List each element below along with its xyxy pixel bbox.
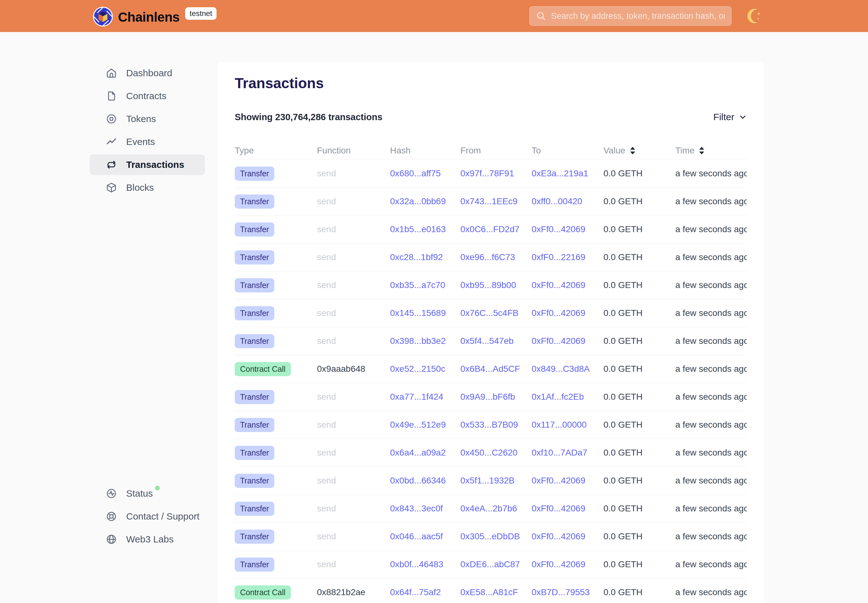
to-link[interactable]: 0xFf0...42069 — [532, 308, 585, 318]
from-link[interactable]: 0x97f...78F91 — [460, 169, 514, 178]
value-cell: 0.0 GETH — [603, 448, 675, 458]
hash-link[interactable]: 0x49e...512e9 — [390, 420, 446, 430]
chevron-down-icon — [739, 113, 747, 121]
function-cell: send — [317, 476, 390, 485]
sidebar-footer-nav: Status Contact / Support Web3 Labs — [90, 483, 205, 552]
to-link[interactable]: 0xFf0...42069 — [532, 476, 585, 485]
from-link[interactable]: 0x533...B7B09 — [460, 420, 518, 430]
type-badge: Transfer — [235, 418, 274, 432]
global-search[interactable] — [529, 6, 732, 26]
time-cell: a few seconds ago — [675, 476, 747, 485]
to-link[interactable]: 0x1Af...fc2Eb — [532, 392, 584, 402]
to-link[interactable]: 0xE3a...219a1 — [532, 169, 588, 178]
sort-icon — [698, 146, 705, 155]
sort-icon — [629, 146, 636, 155]
to-link[interactable]: 0x849...C3d8A — [532, 364, 589, 374]
from-link[interactable]: 0x0C6...FD2d7 — [460, 224, 519, 234]
hash-link[interactable]: 0x1b5...e0163 — [390, 224, 446, 234]
from-link[interactable]: 0x5f1...1932B — [460, 476, 515, 485]
table-row: Transfer send 0x145...15689 0x76C...5c4F… — [235, 299, 747, 327]
status-ok-dot — [155, 485, 160, 490]
hash-link[interactable]: 0x145...15689 — [390, 308, 446, 318]
hash-link[interactable]: 0x0bd...66346 — [390, 476, 446, 485]
time-cell: a few seconds ago — [675, 532, 747, 541]
time-cell: a few seconds ago — [675, 392, 747, 402]
to-link[interactable]: 0xFf0...42069 — [532, 532, 585, 541]
from-link[interactable]: 0x9A9...bF6fb — [460, 392, 515, 402]
from-link[interactable]: 0x5f4...547eb — [460, 336, 514, 346]
function-cell: 0x8821b2ae — [317, 587, 390, 597]
to-link[interactable]: 0xFf0...42069 — [532, 504, 585, 513]
to-link[interactable]: 0xff0...00420 — [532, 196, 582, 206]
from-link[interactable]: 0xE58...A81cF — [460, 587, 518, 597]
from-link[interactable]: 0x4eA...2b7b6 — [460, 504, 517, 513]
col-time: Time — [675, 145, 747, 156]
sidebar-item-blocks[interactable]: Blocks — [90, 177, 205, 198]
repeat-icon — [105, 158, 118, 171]
value-cell: 0.0 GETH — [603, 196, 675, 206]
from-link[interactable]: 0xDE6...abC87 — [460, 560, 520, 569]
from-link[interactable]: 0x6B4...Ad5CF — [460, 364, 520, 374]
table-row: Transfer send 0x1b5...e0163 0x0C6...FD2d… — [235, 215, 747, 243]
to-link[interactable]: 0xfF0...22169 — [532, 252, 585, 262]
table-row: Transfer send 0x398...bb3e2 0x5f4...547e… — [235, 327, 747, 355]
sidebar-item-transactions[interactable]: Transactions — [90, 155, 205, 175]
hash-link[interactable]: 0xb0f...46483 — [390, 560, 443, 569]
hash-link[interactable]: 0xb35...a7c70 — [390, 280, 445, 290]
function-cell: send — [317, 448, 390, 458]
token-icon — [105, 113, 118, 125]
hash-link[interactable]: 0xc28...1bf92 — [390, 252, 443, 262]
sort-time-button[interactable] — [698, 146, 705, 155]
search-input[interactable] — [551, 11, 725, 21]
sidebar-item-web3-labs[interactable]: Web3 Labs — [90, 529, 205, 550]
from-link[interactable]: 0x743...1EEc9 — [460, 196, 517, 206]
hash-link[interactable]: 0x398...bb3e2 — [390, 336, 446, 346]
time-cell: a few seconds ago — [675, 420, 747, 430]
table-header-row: Type Function Hash From To Value Time — [235, 142, 747, 160]
time-cell: a few seconds ago — [675, 504, 747, 513]
filter-button[interactable]: Filter — [713, 112, 747, 122]
hash-link[interactable]: 0x843...3ec0f — [390, 504, 443, 513]
theme-toggle-button[interactable] — [746, 7, 764, 25]
hash-link[interactable]: 0x64f...75af2 — [390, 587, 441, 597]
to-link[interactable]: 0xFf0...42069 — [532, 280, 585, 290]
to-link[interactable]: 0xf10...7ADa7 — [532, 448, 587, 458]
table-row: Transfer send 0x6a4...a09a2 0x450...C262… — [235, 439, 747, 467]
sidebar-item-status[interactable]: Status — [90, 483, 205, 504]
sidebar-item-dashboard[interactable]: Dashboard — [90, 63, 205, 83]
from-link[interactable]: 0xb95...89b00 — [460, 280, 516, 290]
time-cell: a few seconds ago — [675, 587, 747, 597]
to-link[interactable]: 0xFf0...42069 — [532, 560, 585, 569]
from-link[interactable]: 0x76C...5c4FB — [460, 308, 518, 318]
sort-value-button[interactable] — [629, 146, 636, 155]
hash-link[interactable]: 0x680...aff75 — [390, 169, 441, 178]
value-cell: 0.0 GETH — [603, 252, 675, 262]
from-link[interactable]: 0x450...C2620 — [460, 448, 517, 458]
value-cell: 0.0 GETH — [603, 308, 675, 318]
type-badge: Transfer — [235, 223, 274, 237]
hash-link[interactable]: 0xa77...1f424 — [390, 392, 443, 402]
hash-link[interactable]: 0x046...aac5f — [390, 532, 443, 541]
sidebar-item-contracts[interactable]: Contracts — [90, 86, 205, 107]
from-link[interactable]: 0x305...eDbDB — [460, 532, 520, 541]
to-link[interactable]: 0xFf0...42069 — [532, 224, 585, 234]
time-cell: a few seconds ago — [675, 336, 747, 346]
hash-link[interactable]: 0x6a4...a09a2 — [390, 448, 446, 458]
table-row: Contract Call 0x9aaab648 0xe52...2150c 0… — [235, 355, 747, 383]
to-link[interactable]: 0xB7D...79553 — [532, 587, 589, 597]
sidebar-item-events[interactable]: Events — [90, 131, 205, 152]
to-link[interactable]: 0x117...00000 — [532, 420, 586, 430]
brand-name: Chainlens — [118, 10, 179, 25]
to-link[interactable]: 0xFf0...42069 — [532, 336, 585, 346]
type-badge: Transfer — [235, 195, 274, 209]
sidebar-item-tokens[interactable]: Tokens — [90, 108, 205, 129]
hash-link[interactable]: 0xe52...2150c — [390, 364, 445, 374]
value-cell: 0.0 GETH — [603, 224, 675, 234]
from-link[interactable]: 0xe96...f6C73 — [460, 252, 515, 262]
col-to: To — [532, 145, 603, 156]
brand[interactable]: Chainlens testnet — [93, 5, 217, 27]
hash-link[interactable]: 0x32a...0bb69 — [390, 196, 446, 206]
table-row: Transfer send 0x680...aff75 0x97f...78F9… — [235, 160, 747, 188]
col-type: Type — [235, 145, 317, 156]
sidebar-item-contact-support[interactable]: Contact / Support — [90, 506, 205, 527]
